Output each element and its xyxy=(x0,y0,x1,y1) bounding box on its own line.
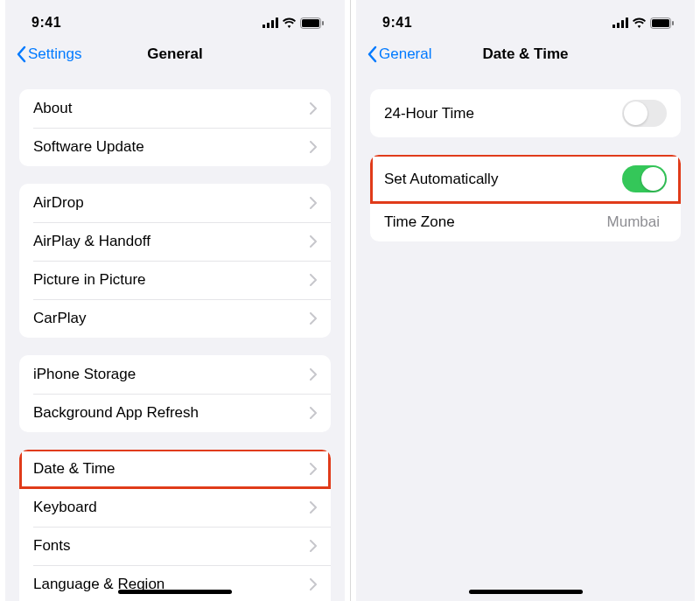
row-fonts[interactable]: Fonts xyxy=(19,527,331,565)
chevron-right-icon xyxy=(310,463,317,475)
row-label: Set Automatically xyxy=(384,171,622,188)
row-set-automatically: Set Automatically xyxy=(370,155,681,203)
svg-rect-3 xyxy=(276,17,278,28)
group-airdrop: AirDrop AirPlay & Handoff Picture in Pic… xyxy=(19,184,331,338)
row-language-region[interactable]: Language & Region xyxy=(19,565,331,601)
chevron-right-icon xyxy=(310,235,317,248)
chevron-right-icon xyxy=(310,197,317,209)
svg-rect-12 xyxy=(652,19,669,27)
battery-icon xyxy=(650,17,674,29)
phone-left: 9:41 Settings General About Software xyxy=(0,0,350,601)
phone-right: 9:41 General Date & Time 24-Hour Time xyxy=(350,0,700,601)
row-label: Date & Time xyxy=(33,460,310,478)
status-time: 9:41 xyxy=(382,15,412,31)
toggle-set-automatically[interactable] xyxy=(622,165,667,192)
group-24hour: 24-Hour Time xyxy=(370,89,681,137)
row-iphone-storage[interactable]: iPhone Storage xyxy=(19,355,331,394)
row-label: Time Zone xyxy=(384,213,607,231)
content: 24-Hour Time Set Automatically Time Zone… xyxy=(356,73,695,601)
back-button[interactable]: Settings xyxy=(16,45,81,63)
screen: 9:41 General Date & Time 24-Hour Time xyxy=(356,0,695,601)
row-keyboard[interactable]: Keyboard xyxy=(19,488,331,527)
row-label: iPhone Storage xyxy=(33,366,310,383)
svg-rect-0 xyxy=(262,24,265,28)
home-indicator[interactable] xyxy=(118,590,232,594)
row-label: 24-Hour Time xyxy=(384,105,622,122)
svg-rect-10 xyxy=(626,17,628,28)
content: About Software Update AirDrop AirPlay & … xyxy=(5,73,345,601)
row-label: Picture in Picture xyxy=(33,271,310,289)
row-label: Keyboard xyxy=(33,499,310,516)
row-value: Mumbai xyxy=(607,213,660,231)
svg-rect-5 xyxy=(302,19,319,27)
chevron-right-icon xyxy=(310,274,317,286)
back-label: General xyxy=(379,45,431,63)
row-label: AirPlay & Handoff xyxy=(33,233,310,250)
status-icons xyxy=(262,17,324,29)
chevron-right-icon xyxy=(310,312,317,325)
nav-bar: General Date & Time xyxy=(356,38,695,73)
nav-bar: Settings General xyxy=(5,38,345,73)
svg-rect-1 xyxy=(267,23,270,28)
wifi-icon xyxy=(282,17,297,28)
svg-rect-6 xyxy=(322,21,324,25)
back-label: Settings xyxy=(28,45,81,63)
row-time-zone[interactable]: Time Zone Mumbai xyxy=(370,203,681,241)
battery-icon xyxy=(300,17,324,29)
cellular-icon xyxy=(262,17,278,28)
row-24-hour-time: 24-Hour Time xyxy=(370,89,681,137)
chevron-right-icon xyxy=(310,407,317,419)
group-storage: iPhone Storage Background App Refresh xyxy=(19,355,331,432)
row-background-app-refresh[interactable]: Background App Refresh xyxy=(19,394,331,432)
row-label: AirDrop xyxy=(33,194,310,212)
svg-rect-7 xyxy=(612,24,615,28)
chevron-right-icon xyxy=(310,540,317,552)
svg-rect-13 xyxy=(672,21,674,25)
toggle-24-hour[interactable] xyxy=(622,100,667,127)
back-button[interactable]: General xyxy=(367,45,431,63)
row-pip[interactable]: Picture in Picture xyxy=(19,261,331,299)
row-date-time[interactable]: Date & Time xyxy=(19,450,331,488)
status-time: 9:41 xyxy=(32,15,61,31)
status-icons xyxy=(612,17,674,29)
svg-rect-8 xyxy=(617,23,620,28)
screen: 9:41 Settings General About Software xyxy=(5,0,345,601)
row-about[interactable]: About xyxy=(19,89,331,128)
svg-rect-9 xyxy=(621,20,624,28)
row-airdrop[interactable]: AirDrop xyxy=(19,184,331,222)
chevron-right-icon xyxy=(310,368,317,381)
status-bar: 9:41 xyxy=(5,0,345,38)
home-indicator[interactable] xyxy=(469,590,583,594)
wifi-icon xyxy=(632,17,647,28)
row-airplay[interactable]: AirPlay & Handoff xyxy=(19,222,331,261)
group-auto: Set Automatically Time Zone Mumbai xyxy=(370,155,681,241)
chevron-right-icon xyxy=(310,141,317,153)
chevron-left-icon xyxy=(367,45,377,63)
status-bar: 9:41 xyxy=(356,0,695,38)
row-label: CarPlay xyxy=(33,310,310,327)
chevron-right-icon xyxy=(310,501,317,514)
row-label: Fonts xyxy=(33,537,310,555)
row-label: Software Update xyxy=(33,138,310,156)
group-about: About Software Update xyxy=(19,89,331,166)
group-datetime: Date & Time Keyboard Fonts Language & Re… xyxy=(19,450,331,601)
cellular-icon xyxy=(612,17,628,28)
chevron-right-icon xyxy=(310,578,317,591)
row-label: Background App Refresh xyxy=(33,404,310,422)
svg-rect-2 xyxy=(271,20,274,28)
row-software-update[interactable]: Software Update xyxy=(19,128,331,166)
chevron-left-icon xyxy=(16,45,26,63)
row-label: About xyxy=(33,100,310,117)
chevron-right-icon xyxy=(310,102,317,115)
row-carplay[interactable]: CarPlay xyxy=(19,299,331,338)
